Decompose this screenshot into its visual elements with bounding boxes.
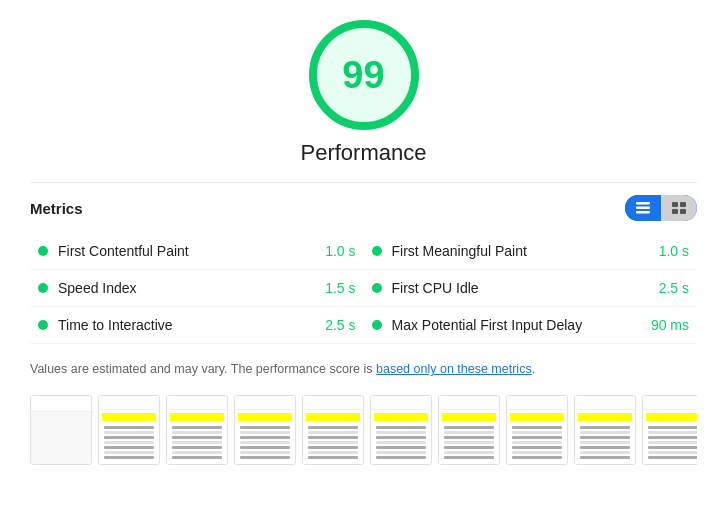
metric-name: First Contentful Paint: [58, 243, 317, 259]
svg-rect-2: [636, 211, 650, 214]
filmstrip-thumbnail: [642, 395, 697, 465]
metric-value: 90 ms: [651, 317, 689, 333]
notice-before: Values are estimated and may vary. The p…: [30, 362, 376, 376]
thumb-top: [235, 396, 295, 410]
filmstrip-thumbnail: [166, 395, 228, 465]
filmstrip-thumbnail: [98, 395, 160, 465]
filmstrip-thumbnail: [370, 395, 432, 465]
metric-name: First CPU Idle: [392, 280, 651, 296]
svg-rect-4: [680, 202, 686, 207]
metric-row: First Contentful Paint 1.0 s: [30, 233, 364, 270]
thumb-content: [303, 410, 363, 464]
detail-icon: [671, 200, 687, 216]
metric-row: Time to Interactive 2.5 s: [30, 307, 364, 344]
thumb-content: [31, 412, 91, 464]
svg-rect-1: [636, 207, 650, 210]
metric-row: First Meaningful Paint 1.0 s: [364, 233, 698, 270]
metric-dot: [38, 320, 48, 330]
metrics-grid: First Contentful Paint 1.0 s First Meani…: [30, 233, 697, 344]
notice-link[interactable]: based only on these metrics: [376, 362, 532, 376]
filmstrip-thumbnail: [302, 395, 364, 465]
metrics-title: Metrics: [30, 200, 83, 217]
filmstrip-thumbnail: [30, 395, 92, 465]
score-circle: 99: [309, 20, 419, 130]
thumb-top: [303, 396, 363, 410]
filmstrip: [30, 395, 697, 465]
score-label: Performance: [301, 140, 427, 166]
thumb-content: [507, 410, 567, 464]
thumb-top: [439, 396, 499, 410]
thumb-top: [507, 396, 567, 410]
metrics-header: Metrics: [30, 182, 697, 221]
metric-value: 1.0 s: [325, 243, 355, 259]
thumb-content: [235, 410, 295, 464]
metric-name: Max Potential First Input Delay: [392, 317, 643, 333]
metric-dot: [38, 246, 48, 256]
list-view-button[interactable]: [625, 195, 661, 221]
svg-rect-0: [636, 202, 650, 205]
thumb-top: [31, 396, 91, 412]
notice-after: .: [532, 362, 535, 376]
metric-name: Speed Index: [58, 280, 317, 296]
thumb-content: [439, 410, 499, 464]
metric-name: Time to Interactive: [58, 317, 317, 333]
metric-value: 2.5 s: [325, 317, 355, 333]
metric-dot: [372, 283, 382, 293]
metric-row: Speed Index 1.5 s: [30, 270, 364, 307]
metric-dot: [38, 283, 48, 293]
score-section: 99 Performance: [30, 20, 697, 166]
metric-value: 2.5 s: [659, 280, 689, 296]
notice-text: Values are estimated and may vary. The p…: [30, 360, 697, 379]
thumb-top: [99, 396, 159, 410]
svg-rect-6: [680, 209, 686, 214]
thumb-top: [371, 396, 431, 410]
svg-rect-5: [672, 209, 678, 214]
thumb-top: [643, 396, 697, 410]
metric-name: First Meaningful Paint: [392, 243, 651, 259]
thumb-content: [167, 410, 227, 464]
metric-dot: [372, 246, 382, 256]
metric-dot: [372, 320, 382, 330]
filmstrip-thumbnail: [574, 395, 636, 465]
view-toggle[interactable]: [625, 195, 697, 221]
filmstrip-thumbnail: [506, 395, 568, 465]
score-number: 99: [342, 54, 384, 97]
metric-row: First CPU Idle 2.5 s: [364, 270, 698, 307]
metric-value: 1.5 s: [325, 280, 355, 296]
metric-value: 1.0 s: [659, 243, 689, 259]
thumb-content: [643, 410, 697, 464]
thumb-content: [99, 410, 159, 464]
list-icon: [635, 200, 651, 216]
thumb-top: [575, 396, 635, 410]
thumb-content: [371, 410, 431, 464]
thumb-top: [167, 396, 227, 410]
filmstrip-thumbnail: [234, 395, 296, 465]
svg-rect-3: [672, 202, 678, 207]
detail-view-button[interactable]: [661, 195, 697, 221]
metric-row: Max Potential First Input Delay 90 ms: [364, 307, 698, 344]
filmstrip-thumbnail: [438, 395, 500, 465]
thumb-content: [575, 410, 635, 464]
